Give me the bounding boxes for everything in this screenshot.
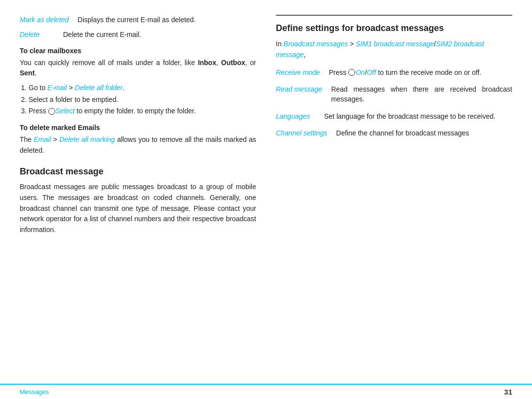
footer: Messages 31: [0, 384, 532, 399]
clear-mailboxes-text1: You can quickly remove all of mails unde…: [20, 59, 198, 66]
page: Mark as deleted Displays the current E-m…: [0, 0, 532, 399]
broadcast-heading: Broadcast message: [20, 166, 256, 177]
clear-mailboxes-steps: Go to E-mail > Delete all folder. Select…: [20, 83, 256, 117]
outbox-bold: Outbox: [221, 59, 245, 66]
step-1: Go to E-mail > Delete all folder.: [29, 83, 256, 94]
footer-messages-label: Messages: [20, 388, 49, 396]
step1-link2: Delete all folder: [75, 84, 123, 92]
path-end: ,: [304, 51, 306, 59]
inbox-bold: Inbox: [198, 59, 216, 66]
receive-mode-label: Receive mode: [276, 67, 320, 77]
path-link1: Broadcast messages: [284, 40, 348, 48]
clear-mailboxes-body: You can quickly remove all of mails unde…: [20, 58, 256, 79]
channel-settings-label: Channel settings: [276, 128, 327, 138]
content-area: Mark as deleted Displays the current E-m…: [0, 0, 532, 384]
delete-marked-heading: To delete marked Emails: [20, 124, 256, 132]
step3-end: to empty the folder.: [75, 107, 135, 115]
step2-text: Select a folder to be emptied.: [29, 96, 118, 103]
sep2: , or: [245, 59, 256, 66]
step3-link: Select: [56, 107, 75, 115]
delete-marked-body: The Email > Delete all marking allows yo…: [20, 134, 256, 156]
step-2: Select a folder to be emptied.: [29, 95, 256, 105]
step1-arrow: >: [67, 84, 75, 92]
circle-icon-on: [348, 69, 355, 76]
step1-link1: E-mail: [47, 84, 67, 92]
receive-mode-def: Press On/Off to turn the receive mode on…: [329, 67, 482, 77]
step3-pre: Press: [29, 107, 48, 115]
broadcast-body: Broadcast messages are public messages b…: [20, 182, 256, 235]
step3-text: to empty the folder.: [135, 107, 196, 115]
delete-def: Delete the current E-mail.: [63, 30, 141, 39]
path-pre: In: [276, 40, 284, 48]
define-heading: Define settings for broadcast messages: [276, 23, 512, 34]
languages-row: Languages Set language for the broadcast…: [276, 111, 512, 121]
sep1: ,: [216, 59, 221, 66]
delete-marked-link2: Delete all marking: [59, 135, 115, 143]
off-link: Off: [367, 68, 376, 76]
step1-end: .: [123, 84, 125, 92]
mark-as-deleted-def: Displays the current E-mail as deleted.: [78, 15, 196, 25]
circle-icon-select: [48, 108, 55, 115]
clear-mailboxes-heading: To clear mailboxes: [20, 47, 256, 55]
step1-pre: Go to: [29, 84, 47, 92]
languages-label: Languages: [276, 111, 315, 121]
delete-row: Delete Delete the current E-mail.: [20, 30, 256, 39]
left-column: Mark as deleted Displays the current E-m…: [20, 15, 256, 374]
define-path: In Broadcast messages > SIM1 broadcast m…: [276, 39, 512, 60]
read-message-def: Read messages when there are received br…: [331, 84, 512, 104]
languages-def: Set language for the broadcast message t…: [324, 111, 496, 121]
channel-settings-def: Define the channel for broadcast message…: [336, 128, 469, 138]
page-number: 31: [504, 388, 512, 396]
receive-mode-row: Receive mode Press On/Off to turn the re…: [276, 67, 512, 77]
path-sep: >: [348, 40, 356, 48]
delete-marked-sep: >: [51, 135, 60, 143]
sent-bold: Sent: [20, 69, 34, 77]
read-message-label: Read message: [276, 84, 322, 104]
read-message-row: Read message Read messages when there ar…: [276, 84, 512, 104]
channel-settings-row: Channel settings Define the channel for …: [276, 128, 512, 138]
on-link: On: [356, 68, 365, 76]
delete-label: Delete: [20, 30, 54, 39]
right-column: Define settings for broadcast messages I…: [276, 15, 512, 374]
mark-as-deleted-row: Mark as deleted Displays the current E-m…: [20, 15, 256, 25]
delete-marked-pre: The: [20, 135, 33, 143]
mark-as-deleted-label: Mark as deleted: [20, 15, 69, 25]
delete-marked-link1: Email: [33, 135, 51, 143]
path-link2: SIM1 broadcast message: [356, 40, 434, 48]
step-3: Press Select to empty the folder. to emp…: [29, 106, 256, 117]
period: .: [34, 69, 36, 77]
